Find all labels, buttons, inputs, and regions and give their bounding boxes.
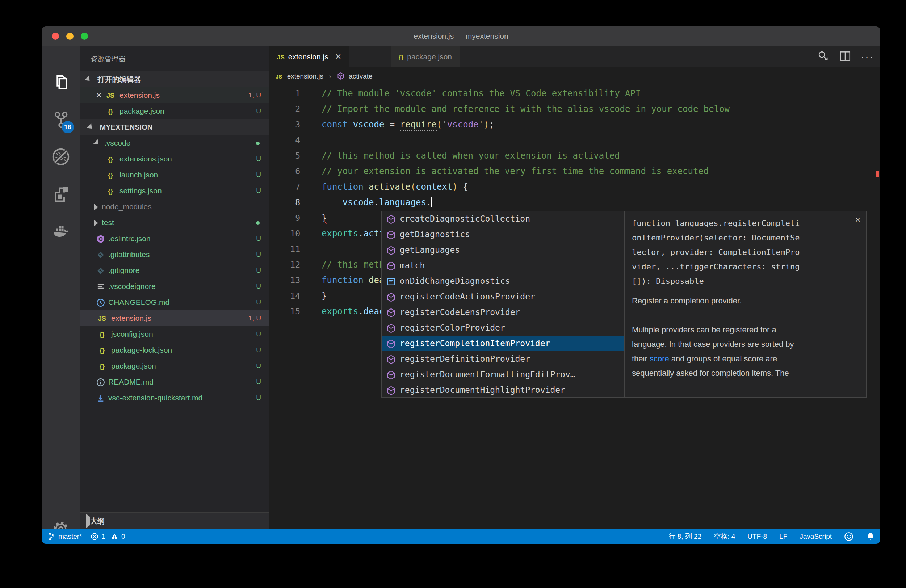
suggest-item-registercodeactionsprovider[interactable]: registerCodeActionsProvider (382, 289, 624, 304)
chevron-right-icon[interactable] (94, 204, 98, 210)
js-file-icon: JS (276, 73, 282, 80)
git-status-badge: U (256, 103, 261, 119)
json-file-icon: {} (104, 151, 116, 167)
git-decoration-dot (256, 221, 260, 225)
suggest-list[interactable]: createDiagnosticCollectiongetDiagnostics… (382, 211, 624, 397)
tab-package-json[interactable]: {}package.json (391, 46, 460, 67)
git-status-badge: U (256, 390, 261, 406)
chevron-down-icon (85, 76, 92, 83)
tree-item-jsconfig-json[interactable]: {}jsconfig.jsonU (80, 326, 269, 342)
json-file-icon: {} (104, 167, 116, 183)
open-changes-icon[interactable] (817, 50, 829, 64)
suggest-item-registerdocumentformattingeditprov-[interactable]: registerDocumentFormattingEditProv… (382, 367, 624, 382)
breadcrumb[interactable]: JS extension.js › activate (269, 67, 880, 85)
suggest-item-registercodelensprovider[interactable]: registerCodeLensProvider (382, 304, 624, 320)
tree-item--eslintrc-json[interactable]: .eslintrc.jsonU (80, 231, 269, 247)
tree-item--gitattributes[interactable]: .gitattributesU (80, 247, 269, 263)
tab-bar: JSextension.js✕ {}package.json ··· (269, 46, 880, 67)
tree-item-extension-js[interactable]: JSextension.js1, U (80, 310, 269, 326)
symbol-method-icon (386, 386, 396, 396)
tree-item-test[interactable]: test (80, 215, 269, 231)
suggest-item-getdiagnostics[interactable]: getDiagnostics (382, 227, 624, 242)
chevron-right-icon[interactable] (94, 220, 98, 226)
tree-item--vscodeignore[interactable]: .vscodeignoreU (80, 279, 269, 294)
symbol-method-icon (386, 292, 396, 302)
cursor-position-status[interactable]: 行 8, 列 22 (668, 532, 702, 541)
tree-item-vsc-extension-quickstart-md[interactable]: vsc-extension-quickstart.mdU (80, 390, 269, 406)
git-file-icon (96, 266, 105, 276)
tree-item--gitignore[interactable]: .gitignoreU (80, 263, 269, 279)
close-tab-icon[interactable]: ✕ (335, 52, 341, 61)
chevron-right-icon: › (329, 72, 331, 80)
tree-item-node-modules[interactable]: node_modules (80, 199, 269, 215)
js-file-icon: JS (277, 47, 285, 68)
tree-item--vscode[interactable]: .vscode (80, 135, 269, 151)
suggest-docs-body: Register a completion provider. Multiple… (625, 292, 866, 383)
suggest-item-registerdefinitionprovider[interactable]: registerDefinitionProvider (382, 351, 624, 367)
symbol-method-icon (386, 230, 396, 240)
eslint-icon (96, 234, 105, 244)
suggest-item-registercolorprovider[interactable]: registerColorProvider (382, 320, 624, 336)
tree-item-settings-json[interactable]: {}settings.jsonU (80, 183, 269, 199)
explorer-icon[interactable] (41, 68, 80, 97)
file-tree[interactable]: 打开的编辑器 ✕JSextension.js1, U{}package.json… (80, 71, 269, 529)
suggest-item-ondidchangediagnostics[interactable]: onDidChangeDiagnostics (382, 273, 624, 289)
tree-item-extensions-json[interactable]: {}extensions.jsonU (80, 151, 269, 167)
symbol-event-icon (386, 277, 396, 287)
readme-info-icon (96, 378, 105, 387)
notifications-bell-icon[interactable] (866, 532, 875, 541)
suggest-item-creatediagnosticcollection[interactable]: createDiagnosticCollection (382, 211, 624, 227)
close-icon[interactable]: ✕ (93, 87, 104, 103)
chevron-down-icon[interactable] (93, 139, 100, 147)
close-icon[interactable]: × (855, 215, 860, 225)
git-status-badge: U (256, 358, 261, 374)
suggest-item-match[interactable]: match (382, 258, 624, 273)
eol-status[interactable]: LF (779, 532, 787, 540)
encoding-status[interactable]: UTF-8 (747, 532, 767, 540)
split-editor-icon[interactable] (839, 50, 851, 64)
git-status-badge: U (256, 279, 261, 294)
git-branch-icon (48, 532, 56, 540)
suggest-docs-signature: function languages.registerCompleti onIt… (625, 211, 866, 292)
title-bar[interactable]: extension.js — myextension (41, 26, 880, 46)
docs-link[interactable]: score (650, 354, 669, 363)
git-status-badge: U (256, 294, 261, 310)
source-control-icon[interactable]: 16 (41, 105, 80, 134)
git-status-badge: 1, U (249, 310, 261, 326)
bug-slash-icon[interactable] (41, 142, 80, 171)
tree-item-readme-md[interactable]: README.mdU (80, 374, 269, 390)
breadcrumb-file[interactable]: extension.js (287, 72, 323, 80)
open-editor-item[interactable]: {}package.jsonU (80, 103, 269, 119)
indentation-status[interactable]: 空格: 4 (714, 532, 735, 541)
tree-item-package-json[interactable]: {}package.jsonU (80, 358, 269, 374)
problems-status[interactable]: 1 0 (91, 532, 125, 540)
suggest-item-getlanguages[interactable]: getLanguages (382, 242, 624, 258)
symbol-method-icon (386, 308, 396, 318)
suggest-widget: createDiagnosticCollectiongetDiagnostics… (381, 211, 866, 398)
git-status-badge: 1, U (249, 87, 261, 103)
project-root-header[interactable]: MYEXTENSION (80, 119, 269, 135)
status-bar: master* 1 0 行 8, 列 22 空格: 4 UTF-8 LF Jav… (41, 529, 880, 544)
docker-icon[interactable] (41, 217, 80, 246)
language-mode-status[interactable]: JavaScript (799, 532, 832, 540)
symbol-method-icon (386, 354, 396, 365)
tree-item-changelog-md[interactable]: CHANGELOG.mdU (80, 294, 269, 310)
extensions-icon[interactable] (41, 180, 80, 209)
breadcrumb-symbol[interactable]: activate (349, 72, 372, 80)
overview-ruler-error-mark (876, 171, 879, 177)
chevron-down-icon (86, 123, 94, 131)
tree-item-launch-json[interactable]: {}launch.jsonU (80, 167, 269, 183)
more-actions-icon[interactable]: ··· (861, 53, 874, 61)
js-file-icon: JS (96, 311, 108, 327)
tree-item-package-lock-json[interactable]: {}package-lock.jsonU (80, 342, 269, 358)
feedback-smiley-icon[interactable] (844, 532, 853, 541)
git-branch-status[interactable]: master* (48, 532, 82, 540)
open-editor-item[interactable]: ✕JSextension.js1, U (80, 87, 269, 103)
changelog-clock-icon (96, 298, 105, 308)
suggest-item-registercompletionitemprovider[interactable]: registerCompletionItemProvider (382, 336, 624, 351)
open-editors-header[interactable]: 打开的编辑器 (80, 71, 269, 87)
suggest-item-registerdocumenthighlightprovider[interactable]: registerDocumentHighlightProvider (382, 382, 624, 397)
outline-section-header[interactable]: 大纲 (80, 512, 269, 529)
tab-extension-js[interactable]: JSextension.js✕ (269, 46, 349, 67)
symbol-method-icon (386, 261, 396, 271)
